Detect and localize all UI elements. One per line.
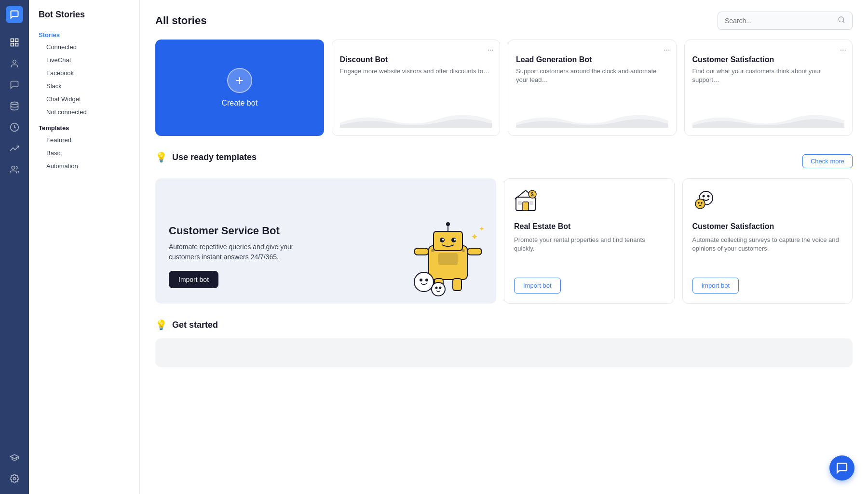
svg-point-17: [442, 239, 444, 240]
robot-illustration: [390, 198, 496, 304]
sidebar-item-chat-widget[interactable]: Chat Widget: [29, 93, 139, 106]
app-logo: [6, 6, 23, 23]
sidebar-item-not-connected[interactable]: Not connected: [29, 106, 139, 119]
import-bot-button-csat[interactable]: Import bot: [692, 278, 739, 294]
svg-point-5: [11, 102, 18, 105]
icon-rail: [0, 0, 29, 494]
bot-card-desc-lead: Support customers around the clock and a…: [516, 67, 668, 84]
sidebar-item-livechat[interactable]: LiveChat: [29, 53, 139, 67]
real-estate-card-desc: Promote your rental properties and find …: [514, 236, 665, 273]
svg-point-25: [462, 249, 465, 252]
svg-point-41: [695, 199, 705, 209]
get-started-title: Get started: [172, 320, 218, 330]
svg-rect-19: [414, 248, 429, 255]
create-bot-card[interactable]: + Create bot: [155, 40, 324, 136]
education-icon[interactable]: [5, 448, 24, 467]
svg-point-9: [839, 17, 844, 22]
sidebar-title: Bot Stories: [29, 10, 139, 27]
svg-rect-0: [11, 39, 14, 42]
csat-icon: [692, 188, 843, 215]
clock-icon[interactable]: [5, 118, 24, 137]
bot-card-menu-discount[interactable]: ···: [488, 46, 494, 54]
chat-nav-icon[interactable]: [5, 75, 24, 94]
svg-rect-35: [529, 201, 533, 205]
svg-rect-34: [518, 201, 522, 205]
bot-card-desc-satisfaction: Find out what your customers think about…: [692, 67, 845, 84]
bot-card-name-discount: Discount Bot: [340, 55, 492, 64]
sidebar-templates-header: Templates: [29, 119, 139, 134]
create-bot-plus-icon: +: [227, 68, 252, 93]
svg-rect-3: [11, 43, 14, 46]
svg-point-40: [707, 195, 709, 198]
dashboard-icon[interactable]: [5, 33, 24, 52]
settings-icon[interactable]: [5, 469, 24, 488]
get-started-title-row: 💡 Get started: [155, 319, 853, 331]
bot-card-wave-discount: [340, 108, 492, 128]
svg-point-27: [420, 279, 422, 281]
import-bot-button-featured[interactable]: Import bot: [169, 271, 218, 288]
bot-card-desc-discount: Engage more website visitors and offer d…: [340, 67, 492, 76]
featured-card-title: Customer Service Bot: [169, 225, 483, 237]
svg-point-28: [425, 279, 428, 281]
bot-cards-row: + Create bot ··· Discount Bot Engage mor…: [155, 40, 853, 136]
sidebar-item-facebook[interactable]: Facebook: [29, 67, 139, 80]
templates-section-header: 💡 Use ready templates Check more: [155, 151, 853, 171]
bot-card-wave-satisfaction: [692, 108, 845, 128]
svg-rect-2: [15, 43, 18, 46]
csat-card-desc: Automate collecting surveys to capture t…: [692, 236, 843, 273]
templates-title-row: 💡 Use ready templates: [155, 151, 257, 163]
bot-card-lead: ··· Lead Generation Bot Support customer…: [508, 40, 677, 136]
svg-rect-22: [453, 279, 461, 291]
sidebar-item-connected[interactable]: Connected: [29, 40, 139, 53]
get-started-section: 💡 Get started: [155, 319, 853, 367]
get-started-bulb-icon: 💡: [155, 319, 167, 331]
sidebar-item-featured[interactable]: Featured: [29, 134, 139, 147]
sidebar-item-stories[interactable]: Stories: [29, 27, 139, 40]
bot-card-menu-lead[interactable]: ···: [664, 46, 670, 54]
svg-point-7: [12, 166, 15, 170]
sidebar-item-basic[interactable]: Basic: [29, 147, 139, 160]
sidebar: Bot Stories Stories Connected LiveChat F…: [29, 0, 140, 494]
sidebar-item-automation[interactable]: Automation: [29, 160, 139, 173]
featured-card-description: Automate repetitive queries and give you…: [169, 242, 313, 262]
sidebar-item-slack[interactable]: Slack: [29, 80, 139, 93]
real-estate-icon: $: [514, 188, 665, 215]
contacts-icon[interactable]: [5, 54, 24, 73]
main-content: All stories + Create bot ··· Discount Bo…: [140, 0, 868, 494]
bot-card-name-lead: Lead Generation Bot: [516, 55, 668, 64]
template-cards-row: Customer Service Bot Automate repetitive…: [155, 178, 853, 304]
svg-point-30: [435, 287, 438, 289]
real-estate-card-name: Real Estate Bot: [514, 222, 665, 231]
database-icon[interactable]: [5, 96, 24, 116]
templates-section-title: Use ready templates: [172, 152, 257, 162]
template-card-real-estate: $ Real Estate Bot Promote your rental pr…: [504, 178, 675, 304]
svg-point-8: [14, 478, 16, 480]
svg-point-18: [454, 239, 456, 240]
bot-card-wave-lead: [516, 108, 668, 128]
svg-point-24: [431, 249, 434, 252]
svg-point-42: [698, 202, 700, 204]
bot-card-satisfaction: ··· Customer Satisfaction Find out what …: [684, 40, 853, 136]
search-input[interactable]: [725, 17, 838, 25]
header-row: All stories: [155, 12, 853, 30]
svg-text:$: $: [531, 192, 534, 197]
bot-card-discount: ··· Discount Bot Engage more website vis…: [332, 40, 501, 136]
import-bot-button-real-estate[interactable]: Import bot: [514, 278, 561, 294]
check-more-button[interactable]: Check more: [802, 154, 853, 168]
floating-chat-button[interactable]: [829, 455, 854, 481]
svg-point-26: [414, 272, 434, 292]
svg-line-10: [843, 21, 844, 23]
template-card-csat: Customer Satisfaction Automate collectin…: [682, 178, 853, 304]
svg-rect-20: [467, 248, 482, 255]
get-started-content: [155, 338, 853, 367]
search-icon: [838, 16, 845, 26]
bot-card-name-satisfaction: Customer Satisfaction: [692, 55, 845, 64]
csat-card-name: Customer Satisfaction: [692, 222, 843, 231]
analytics-icon[interactable]: [5, 139, 24, 158]
templates-bulb-icon: 💡: [155, 151, 167, 163]
bot-card-menu-satisfaction[interactable]: ···: [840, 46, 846, 54]
team-icon[interactable]: [5, 160, 24, 179]
svg-point-4: [13, 60, 16, 64]
svg-rect-23: [438, 253, 458, 265]
svg-point-39: [702, 195, 705, 198]
